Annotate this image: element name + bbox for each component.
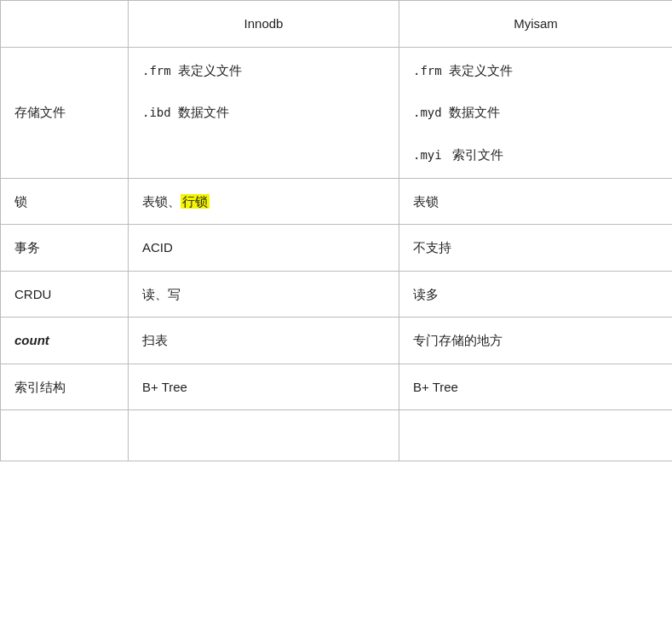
innodb-crdu: 读、写 [129, 271, 399, 318]
myisam-storage: .frm 表定义文件 .myd 数据文件 .myi 索引文件 [399, 47, 673, 178]
table-row: 索引结构 B+ Tree B+ Tree [1, 364, 673, 410]
innodb-transaction: ACID [129, 225, 399, 272]
lock-text-plain: 表锁、 [142, 194, 181, 209]
row-label-index: 索引结构 [1, 364, 129, 410]
comparison-table: Innodb Myisam 存储文件 .frm 表定义文件 .ibd 数据文件 [0, 0, 672, 461]
row-label-transaction: 事务 [1, 225, 129, 272]
row-label-empty [1, 410, 129, 461]
table-row: CRDU 读、写 读多 [1, 271, 673, 318]
innodb-lock: 表锁、行锁 [129, 178, 399, 225]
table-row: 事务 ACID 不支持 [1, 225, 673, 272]
myisam-empty [399, 410, 673, 461]
innodb-empty [129, 410, 399, 461]
storage-entry: .ibd 数据文件 [142, 101, 385, 123]
myisam-transaction: 不支持 [399, 225, 673, 272]
table-row: 存储文件 .frm 表定义文件 .ibd 数据文件 .frm 表定义文件 .my… [1, 47, 673, 178]
row-label-crdu: CRDU [1, 271, 129, 318]
row-label-lock: 锁 [1, 178, 129, 225]
table-row: 锁 表锁、行锁 表锁 [1, 178, 673, 225]
comparison-table-wrapper: Innodb Myisam 存储文件 .frm 表定义文件 .ibd 数据文件 [0, 0, 672, 624]
lock-text-highlight: 行锁 [181, 194, 210, 209]
myisam-count: 专门存储的地方 [399, 318, 673, 364]
table-row: count 扫表 专门存储的地方 [1, 318, 673, 364]
storage-entry: .frm 表定义文件 [142, 60, 385, 82]
storage-entry: .frm 表定义文件 [413, 60, 658, 82]
myisam-index: B+ Tree [399, 364, 673, 410]
innodb-storage: .frm 表定义文件 .ibd 数据文件 [129, 47, 399, 178]
myisam-lock: 表锁 [399, 178, 673, 225]
row-label-count: count [1, 318, 129, 364]
innodb-count: 扫表 [129, 318, 399, 364]
myisam-crdu: 读多 [399, 271, 673, 318]
row-label-storage: 存储文件 [1, 47, 129, 178]
header-innodb: Innodb [129, 1, 399, 48]
header-myisam: Myisam [399, 1, 673, 48]
storage-entry: .myd 数据文件 [413, 101, 658, 123]
innodb-index: B+ Tree [129, 364, 399, 410]
table-row [1, 410, 673, 461]
header-label [1, 1, 129, 48]
storage-entry: .myi 索引文件 [413, 144, 658, 166]
